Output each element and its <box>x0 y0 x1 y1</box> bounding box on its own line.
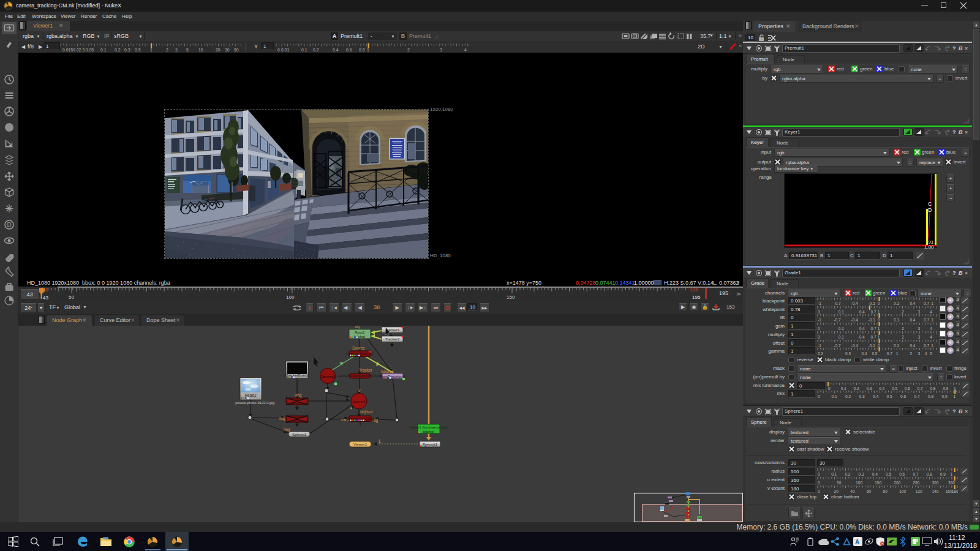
svg-text:360: 360 <box>948 481 955 485</box>
svg-text:Read2: Read2 <box>244 393 257 397</box>
svg-text:3: 3 <box>440 48 442 52</box>
svg-text:obj/scn: obj/scn <box>360 410 373 414</box>
svg-text:10: 10 <box>198 48 203 52</box>
svg-text:0.4: 0.4 <box>910 301 915 305</box>
svg-text:2: 2 <box>358 388 361 392</box>
svg-text:4: 4 <box>930 334 932 339</box>
svg-text:Scene1: Scene1 <box>353 400 366 403</box>
svg-text:0.5: 0.5 <box>135 48 141 52</box>
svg-text:D: D <box>928 207 932 213</box>
svg-text:2: 2 <box>902 309 904 313</box>
svg-text:20: 20 <box>216 48 221 52</box>
svg-text:0.4: 0.4 <box>910 343 915 347</box>
svg-text:1: 1 <box>150 48 153 52</box>
svg-text:100: 100 <box>856 481 862 485</box>
svg-text:0.5: 0.5 <box>887 394 892 399</box>
svg-text:4: 4 <box>925 351 927 356</box>
svg-text:5: 5 <box>186 48 189 52</box>
svg-text:43: 43 <box>43 295 48 301</box>
svg-text:0.0150.02.3 0.05: 0.0150.02.3 0.05 <box>62 48 94 52</box>
svg-text:300: 300 <box>932 481 939 485</box>
svg-text:A: A <box>855 539 859 545</box>
svg-text:D: D <box>7 222 12 228</box>
svg-text:5: 5 <box>930 351 932 356</box>
svg-text:0.jpg: 0.jpg <box>266 401 274 405</box>
svg-text:0.3: 0.3 <box>859 394 865 399</box>
svg-text:0.2: 0.2 <box>313 48 319 52</box>
svg-text:3: 3 <box>918 334 921 339</box>
svg-text:1: 1 <box>878 309 880 313</box>
svg-text:0.8: 0.8 <box>928 394 933 399</box>
svg-text:0.4: 0.4 <box>873 394 878 399</box>
svg-text:1: 1 <box>954 394 956 399</box>
svg-text:0.1: 0.1 <box>301 48 307 52</box>
svg-text:0: 0 <box>818 481 820 485</box>
svg-text:Tracker2: Tracker2 <box>385 337 400 341</box>
svg-text:Source: Source <box>381 369 394 373</box>
svg-text:Sphere1: Sphere1 <box>292 433 306 437</box>
svg-text:2: 2 <box>407 48 410 52</box>
svg-text:50: 50 <box>837 481 842 485</box>
svg-text:0.6: 0.6 <box>900 394 906 399</box>
svg-text:CheckerBoard1: CheckerBoard1 <box>284 373 310 377</box>
svg-text:3: 3 <box>918 351 921 356</box>
svg-text:0.3: 0.3 <box>859 472 864 476</box>
svg-text:20: 20 <box>834 489 839 493</box>
svg-text:0: 0 <box>818 334 820 339</box>
svg-text:0.4: 0.4 <box>333 48 339 52</box>
svg-text:-1: -1 <box>818 343 821 347</box>
svg-text:0: 0 <box>818 394 820 399</box>
svg-text:Source: Source <box>352 346 365 350</box>
svg-text:150: 150 <box>507 294 515 300</box>
svg-text:2: 2 <box>902 334 904 339</box>
svg-text:1: 1 <box>931 301 933 305</box>
svg-text:-0.7: -0.7 <box>834 318 841 322</box>
svg-text:img: img <box>295 393 302 398</box>
svg-text:(alpha): (alpha) <box>423 430 435 433</box>
svg-text:0.2: 0.2 <box>818 351 823 356</box>
svg-text:50: 50 <box>234 48 239 52</box>
svg-text:1: 1 <box>878 334 880 339</box>
svg-text:-0.4: -0.4 <box>851 343 859 347</box>
svg-text:0.8: 0.8 <box>359 48 365 52</box>
svg-text:-1: -1 <box>818 318 821 322</box>
svg-text:0: 0 <box>818 326 820 331</box>
svg-text:1: 1 <box>931 343 933 347</box>
svg-text:0.7: 0.7 <box>913 472 918 476</box>
svg-text:0.1: 0.1 <box>894 301 899 305</box>
svg-text:0.2: 0.2 <box>115 48 121 52</box>
svg-text:1: 1 <box>367 48 369 52</box>
svg-text:-0.4: -0.4 <box>851 301 859 305</box>
svg-text:0: 0 <box>818 309 820 313</box>
svg-text:1: 1 <box>878 326 880 331</box>
svg-text:38: 38 <box>43 287 48 293</box>
svg-text:0.1: 0.1 <box>894 318 899 322</box>
svg-text:Roto2: Roto2 <box>355 331 365 334</box>
svg-text:0.9: 0.9 <box>940 472 946 476</box>
svg-text:0.8: 0.8 <box>927 472 932 476</box>
svg-text:-0.1: -0.1 <box>869 318 876 322</box>
svg-text:140: 140 <box>932 489 939 493</box>
svg-text:0.9: 0.9 <box>942 394 948 399</box>
svg-text:0.3: 0.3 <box>124 48 130 52</box>
svg-text:0: 0 <box>277 48 280 52</box>
svg-text:2: 2 <box>166 48 168 52</box>
svg-text:0.6: 0.6 <box>346 48 352 52</box>
svg-text:0.1: 0.1 <box>832 394 837 399</box>
svg-text:200: 200 <box>894 481 900 485</box>
svg-text:0.1: 0.1 <box>839 326 844 331</box>
svg-text:0.4: 0.4 <box>859 334 865 339</box>
svg-text:C: C <box>928 201 932 207</box>
svg-text:0.1: 0.1 <box>839 309 844 313</box>
svg-text:0.01: 0.01 <box>281 48 289 52</box>
svg-text:img: img <box>284 427 290 432</box>
svg-text:1: 1 <box>931 318 933 322</box>
svg-text:-1: -1 <box>818 301 821 305</box>
svg-text:-0.4: -0.4 <box>851 318 859 322</box>
svg-text:4: 4 <box>930 309 932 313</box>
svg-text:0.7: 0.7 <box>924 301 929 305</box>
svg-text:0.1: 0.1 <box>894 343 899 347</box>
svg-text:60: 60 <box>867 489 872 493</box>
svg-text:3: 3 <box>918 309 921 313</box>
svg-text:0.7: 0.7 <box>914 394 920 399</box>
